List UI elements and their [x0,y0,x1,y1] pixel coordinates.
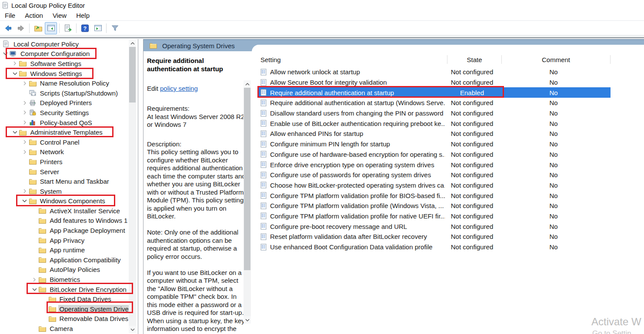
menu-view[interactable]: View [48,12,71,19]
scroll-up-icon[interactable] [244,80,251,88]
scrollbar-track[interactable] [129,47,136,326]
chevron-right-icon[interactable] [20,98,29,108]
forward-button[interactable] [15,22,27,34]
menu-help[interactable]: Help [71,12,94,19]
policy-row-reset-platform-validation-data-after-bit[interactable]: Reset platform validation data after Bit… [258,231,611,242]
tree-item-app-runtime[interactable]: App runtime [0,245,138,255]
chevron-right-icon[interactable] [20,108,29,117]
chevron-right-icon[interactable] [10,59,19,68]
scroll-up-icon[interactable] [129,40,136,47]
tree-item-local-computer-policy[interactable]: Local Computer Policy [0,39,138,49]
policy-row-allow-secure-boot-for-integrity-validati[interactable]: Allow Secure Boot for integrity validati… [258,77,611,88]
chevron-right-icon[interactable] [20,137,29,147]
back-button[interactable] [2,22,14,34]
tree-item-operating-system-drive[interactable]: Operating System Drive [0,304,138,314]
filter-button[interactable] [109,22,121,34]
column-header-setting[interactable]: Setting [252,55,447,64]
tree-item-system[interactable]: System [0,186,138,196]
tree-item-camera[interactable]: Camera [0,324,138,334]
policy-setting-icon [260,89,267,96]
scrollbar-thumb[interactable] [244,88,250,270]
tree-item-add-features-to-windows-1[interactable]: Add features to Windows 1 [0,216,138,226]
tree-item-application-compatibility[interactable]: Application Compatibility [0,255,138,265]
scrollbar-track[interactable] [244,88,251,316]
policy-row-enable-use-of-bitlocker-authentication-r[interactable]: Enable use of BitLocker authentication r… [258,118,611,129]
policy-row-configure-pre-boot-recovery-message-and-[interactable]: Configure pre-boot recovery message and … [258,221,611,231]
settings-list-panel: Setting State Comment Allow network unlo… [252,45,644,334]
policy-row-configure-minimum-pin-length-for-startup[interactable]: Configure minimum PIN length for startup… [258,139,611,149]
tree-item-removable-data-drives[interactable]: Removable Data Drives [0,314,138,324]
chevron-right-icon[interactable] [20,186,29,196]
tree-item-name-resolution-policy[interactable]: Name Resolution Policy [0,78,138,88]
column-header-comment[interactable]: Comment [502,55,611,64]
chevron-right-icon[interactable] [30,275,39,284]
tree-item-app-package-deployment[interactable]: App Package Deployment [0,225,138,235]
chevron-down-icon[interactable] [10,128,19,137]
column-header-state[interactable]: State [447,55,502,64]
edit-label: Edit [147,85,160,92]
tree-item-scripts-startup-shutdown[interactable]: Scripts (Startup/Shutdown) [0,88,138,98]
chevron-down-icon[interactable] [20,196,29,206]
chevron-right-icon[interactable] [20,147,29,157]
policy-row-configure-use-of-passwords-for-operating[interactable]: Configure use of passwords for operating… [258,170,611,180]
tree-item-administrative-templates[interactable]: Administrative Templates [0,127,138,137]
tree-item-deployed-printers[interactable]: Deployed Printers [0,98,138,108]
tree-item-printers[interactable]: Printers [0,157,138,167]
folder-icon [49,296,57,302]
chevron-down-icon[interactable] [1,49,10,59]
policy-row-configure-tpm-platform-validation-profil[interactable]: Configure TPM platform validation profil… [258,201,611,211]
details-scrollbar[interactable] [244,80,251,324]
edit-policy-setting-link[interactable]: policy setting [160,85,198,92]
policy-row-disallow-standard-users-from-changing-th[interactable]: Disallow standard users from changing th… [258,108,611,119]
tree-item-windows-components[interactable]: Windows Components [0,196,138,206]
scroll-down-icon[interactable] [129,326,136,333]
tree-item-control-panel[interactable]: Control Panel [0,137,138,147]
policy-row-require-additional-authentication-at-sta[interactable]: Require additional authentication at sta… [258,87,611,98]
tree-item-activex-installer-service[interactable]: ActiveX Installer Service [0,206,138,216]
show-action-pane-button[interactable] [92,22,104,34]
policy-row-configure-tpm-platform-validation-profil[interactable]: Configure TPM platform validation profil… [258,190,611,201]
chevron-down-icon[interactable] [30,284,39,294]
policy-row-enforce-drive-encryption-type-on-operati[interactable]: Enforce drive encryption type on operati… [258,159,611,170]
setting-name: Configure TPM platform validation profil… [270,192,445,199]
tree-scrollbar[interactable] [129,40,136,333]
tree-item-bitlocker-drive-encryption[interactable]: BitLocker Drive Encryption [0,284,138,294]
chevron-right-icon[interactable] [20,79,29,88]
tree-item-app-privacy[interactable]: App Privacy [0,235,138,245]
policy-row-configure-tpm-platform-validation-profil[interactable]: Configure TPM platform validation profil… [258,211,611,222]
chevron-right-icon[interactable] [20,118,29,127]
tree-item-autoplay-policies[interactable]: AutoPlay Policies [0,265,138,275]
scrollbar-thumb[interactable] [129,47,136,103]
tree-item-network[interactable]: Network [0,147,138,157]
policy-row-choose-how-bitlocker-protected-operating[interactable]: Choose how BitLocker-protected operating… [258,180,611,191]
tree-item-fixed-data-drives[interactable]: Fixed Data Drives [0,294,138,304]
tree-item-start-menu-and-taskbar[interactable]: Start Menu and Taskbar [0,176,138,186]
export-list-button[interactable] [62,22,74,34]
policy-setting-icon [260,79,267,86]
policy-row-require-additional-authentication-at-sta[interactable]: Require additional authentication at sta… [258,98,611,108]
tree-item-security-settings[interactable]: Security Settings [0,108,138,118]
folder-icon [19,129,27,136]
tree-item-policy-based-qos[interactable]: Policy-based QoS [0,118,138,128]
policy-row-configure-use-of-hardware-based-encrypti[interactable]: Configure use of hardware-based encrypti… [258,149,611,160]
up-one-level-button[interactable] [32,22,44,34]
setting-state: Not configured [445,68,499,76]
tree-item-label: AutoPlay Policies [48,265,101,274]
menu-file[interactable]: File [0,12,20,19]
policy-row-allow-enhanced-pins-for-startup[interactable]: Allow enhanced PINs for startupNot confi… [258,129,611,139]
menu-action[interactable]: Action [20,12,48,19]
tree-item-software-settings[interactable]: Software Settings [0,59,138,69]
folder-icon [39,237,47,243]
scroll-down-icon[interactable] [244,316,251,324]
tree-item-server[interactable]: Server [0,167,138,177]
policy-row-allow-network-unlock-at-startup[interactable]: Allow network unlock at startupNot confi… [258,67,611,77]
tree-item-computer-configuration[interactable]: Computer Configuration [0,49,138,59]
tree-item-windows-settings[interactable]: Windows Settings [0,69,138,79]
help-button[interactable]: ? [79,22,91,34]
show-console-tree-button[interactable] [45,22,57,34]
chevron-down-icon[interactable] [10,69,19,78]
selected-setting-title: Require additional authentication at sta… [147,56,250,73]
policy-row-use-enhanced-boot-configuration-data-val[interactable]: Use enhanced Boot Configuration Data val… [258,242,611,252]
tree-item-biometrics[interactable]: Biometrics [0,274,138,284]
setting-comment: No [499,243,608,251]
